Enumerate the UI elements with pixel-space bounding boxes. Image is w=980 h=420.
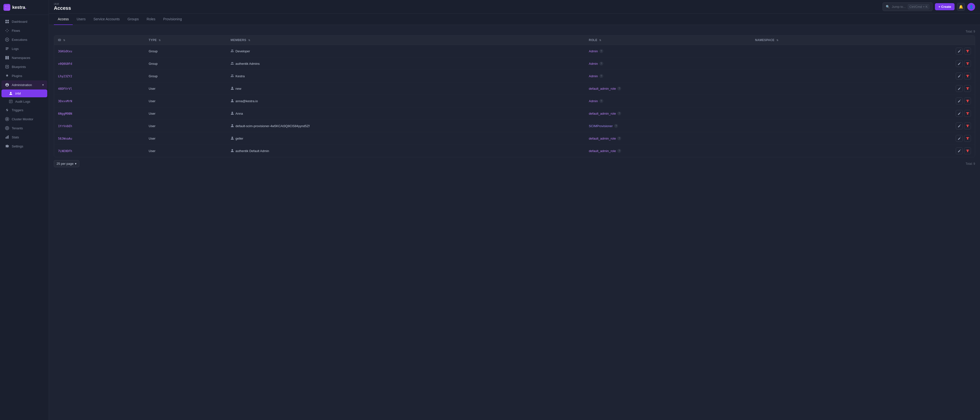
- col-header-type[interactable]: Type ⇅: [145, 35, 227, 45]
- sidebar-item-cluster-monitor[interactable]: Cluster Monitor: [2, 115, 47, 124]
- info-icon[interactable]: ?: [614, 124, 618, 128]
- cell-members: Kestra: [227, 70, 585, 82]
- col-header-role[interactable]: Role ⇅: [585, 35, 751, 45]
- col-header-members[interactable]: Members ⇅: [227, 35, 585, 45]
- table-row[interactable]: 3DxvvMrN User anna@kestra.io Admin ?: [54, 95, 975, 107]
- table-row[interactable]: Lhy23ZY2 Group Kestra Admin ?: [54, 70, 975, 82]
- member-icon: [231, 111, 234, 116]
- cell-namespace: [751, 145, 880, 157]
- role-value[interactable]: default_admin_role: [589, 137, 616, 140]
- sidebar-item-executions[interactable]: Executions: [2, 35, 47, 44]
- access-table: Id ⇅ Type ⇅ Members ⇅ Role ⇅ Namespace ⇅: [54, 35, 975, 157]
- sidebar-item-plugins[interactable]: Plugins: [2, 71, 47, 80]
- logo-icon: [3, 4, 10, 11]
- delete-button[interactable]: [964, 122, 971, 129]
- delete-button[interactable]: [964, 73, 971, 79]
- role-value[interactable]: SCIMProvisioner: [589, 124, 613, 128]
- info-icon[interactable]: ?: [617, 87, 621, 90]
- role-value[interactable]: Admin: [589, 74, 598, 78]
- role-value[interactable]: default_admin_role: [589, 149, 616, 153]
- table-row[interactable]: 48DFVrVl User new default_admin_role ?: [54, 82, 975, 95]
- delete-button[interactable]: [964, 85, 971, 92]
- member-name: geller: [235, 137, 243, 140]
- user-avatar[interactable]: 👤: [967, 3, 975, 11]
- table-row[interactable]: 58JWxaAu User geller default_admin_role …: [54, 132, 975, 145]
- edit-button[interactable]: [956, 48, 963, 54]
- cell-id: v0Q0G0Fd: [54, 57, 145, 70]
- blueprints-icon: [5, 65, 9, 69]
- sidebar-item-stats[interactable]: Stats: [2, 133, 47, 141]
- notifications-button[interactable]: 🔔: [957, 3, 965, 11]
- role-value[interactable]: Admin: [589, 62, 598, 65]
- cell-id: 48DFVrVl: [54, 82, 145, 95]
- svg-rect-0: [5, 5, 6, 7]
- delete-button[interactable]: [964, 48, 971, 54]
- edit-button[interactable]: [956, 85, 963, 92]
- sidebar-item-label-stats: Stats: [12, 135, 19, 139]
- member-icon: [231, 74, 234, 78]
- info-icon[interactable]: ?: [617, 111, 621, 116]
- sidebar-item-tenants[interactable]: Tenants: [2, 124, 47, 133]
- sidebar-item-namespaces[interactable]: Namespaces: [2, 53, 47, 62]
- sidebar-item-flows[interactable]: Flows: [2, 26, 47, 35]
- col-header-id[interactable]: Id ⇅: [54, 35, 145, 45]
- edit-button[interactable]: [956, 73, 963, 79]
- role-value[interactable]: Admin: [589, 49, 598, 53]
- tab-access[interactable]: Access: [54, 14, 73, 25]
- info-icon[interactable]: ?: [617, 149, 621, 153]
- sidebar-item-triggers[interactable]: Triggers: [2, 106, 47, 114]
- info-icon[interactable]: ?: [600, 49, 603, 53]
- sidebar-item-label-blueprints: Blueprints: [12, 65, 26, 69]
- tab-users[interactable]: Users: [73, 14, 89, 25]
- table-row[interactable]: 3GKGdXxu Group Developer Admin ?: [54, 45, 975, 57]
- tab-provisioning[interactable]: Provisioning: [159, 14, 186, 25]
- sidebar-item-dashboard[interactable]: Dashboard: [2, 17, 47, 26]
- delete-button[interactable]: [964, 60, 971, 67]
- col-header-namespace[interactable]: Namespace ⇅: [751, 35, 880, 45]
- role-value[interactable]: default_admin_role: [589, 112, 616, 116]
- table-row[interactable]: 7LNE0DFh User authentik Default Admin de…: [54, 145, 975, 157]
- tab-roles[interactable]: Roles: [143, 14, 159, 25]
- cell-role: default_admin_role ?: [585, 82, 751, 95]
- info-icon[interactable]: ?: [600, 62, 603, 65]
- create-button[interactable]: + Create: [935, 3, 955, 10]
- delete-button[interactable]: [964, 110, 971, 117]
- table-row[interactable]: 6NggM9BN User Anna default_admin_role ?: [54, 107, 975, 120]
- edit-button[interactable]: [956, 147, 963, 154]
- per-page-select[interactable]: 25 per page ▾: [54, 160, 79, 167]
- info-icon[interactable]: ?: [600, 99, 603, 103]
- delete-button[interactable]: [964, 135, 971, 142]
- edit-button[interactable]: [956, 60, 963, 67]
- member-name: authentik Default Admin: [235, 149, 269, 153]
- table-row[interactable]: v0Q0G0Fd Group authentik Admins Admin ?: [54, 57, 975, 70]
- cell-type: User: [145, 132, 227, 145]
- tab-groups[interactable]: Groups: [124, 14, 143, 25]
- sidebar-item-iam[interactable]: IAM: [2, 89, 47, 97]
- search-shortcut: Ctrl/Cmd + K: [908, 4, 929, 9]
- sidebar-item-label-namespaces: Namespaces: [12, 56, 30, 60]
- cell-id: 3GKGdXxu: [54, 45, 145, 57]
- role-value[interactable]: Admin: [589, 99, 598, 103]
- svg-point-24: [232, 50, 233, 51]
- sidebar-item-settings[interactable]: Settings: [2, 142, 47, 151]
- cell-actions: [880, 120, 975, 132]
- delete-button[interactable]: [964, 98, 971, 105]
- edit-button[interactable]: [956, 122, 963, 129]
- sidebar-item-blueprints[interactable]: Blueprints: [2, 62, 47, 71]
- sidebar-item-administration[interactable]: Administration ▾: [2, 81, 47, 89]
- edit-button[interactable]: [956, 98, 963, 105]
- sort-icon-id: ⇅: [63, 39, 65, 41]
- info-icon[interactable]: ?: [600, 74, 603, 78]
- search-box[interactable]: 🔍 Jump to... Ctrl/Cmd + K: [883, 2, 932, 11]
- role-value[interactable]: default_admin_role: [589, 87, 616, 90]
- delete-button[interactable]: [964, 147, 971, 154]
- cell-members: new: [227, 82, 585, 95]
- table-row[interactable]: 1YrVxbEh User default-scim-provisioner-4…: [54, 120, 975, 132]
- edit-button[interactable]: [956, 135, 963, 142]
- info-icon[interactable]: ?: [617, 136, 621, 140]
- sidebar-item-logs[interactable]: Logs: [2, 44, 47, 53]
- edit-button[interactable]: [956, 110, 963, 117]
- tab-service-accounts[interactable]: Service Accounts: [89, 14, 124, 25]
- sidebar-item-audit-logs[interactable]: Audit Logs: [2, 98, 47, 105]
- cell-type: Group: [145, 45, 227, 57]
